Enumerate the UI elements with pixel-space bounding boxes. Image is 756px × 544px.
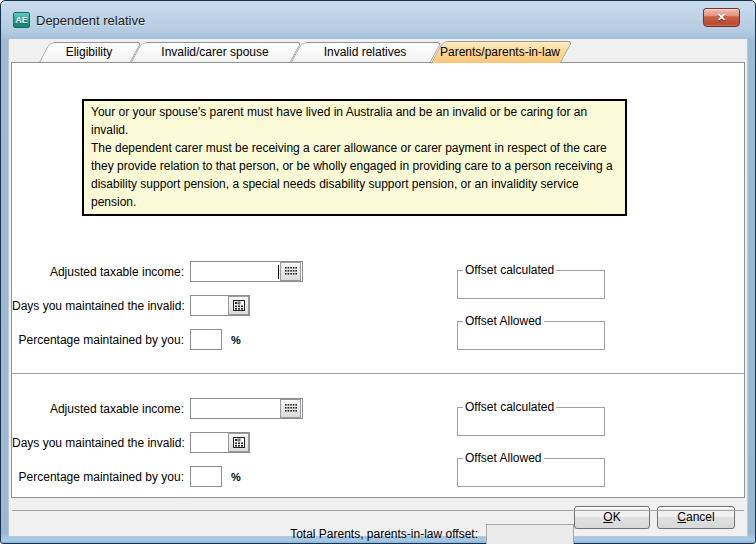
close-icon: ✕ — [717, 11, 726, 23]
info-box: Your or your spouse's parent must have l… — [82, 99, 627, 216]
window-title: Dependent relative — [36, 13, 145, 28]
offset-calculated-value — [462, 277, 600, 295]
offsets-column: Offset calculated Offset Allowed — [457, 263, 607, 350]
adjusted-taxable-income-field — [190, 261, 303, 282]
adjusted-taxable-income-field — [190, 398, 303, 419]
calculator-icon — [285, 267, 297, 276]
percentage-maintained-input[interactable] — [190, 329, 222, 350]
calendar-button[interactable] — [228, 433, 249, 452]
percentage-maintained-input[interactable] — [190, 466, 222, 487]
days-maintained-field — [190, 432, 250, 453]
offset-allowed-value — [462, 328, 600, 346]
adjusted-taxable-income-input[interactable] — [191, 399, 280, 418]
tab-label: Invalid relatives — [316, 45, 407, 59]
offset-calculated-group: Offset calculated — [457, 400, 605, 436]
offset-allowed-label: Offset Allowed — [463, 314, 544, 328]
fields-column: Adjusted taxable income: — [12, 398, 744, 487]
days-maintained-input[interactable] — [191, 296, 228, 315]
window-frame: AE Dependent relative ✕ Eligibility Inva… — [0, 0, 756, 544]
info-line-2: The dependent carer must be receiving a … — [91, 139, 618, 211]
close-button[interactable]: ✕ — [703, 8, 740, 27]
tab-label: Parents/parents-in-law — [432, 45, 560, 59]
percentage-maintained-label: Percentage maintained by you: — [12, 333, 190, 347]
offset-allowed-value — [462, 465, 600, 483]
days-maintained-label: Days you maintained the invalid: — [12, 436, 190, 450]
total-row: Total Parents, parents-in-law offset: — [12, 523, 744, 544]
worksheet-button[interactable] — [280, 262, 301, 281]
offset-calculated-label: Offset calculated — [463, 263, 556, 277]
section-divider — [12, 373, 744, 374]
tab-invalid-relatives[interactable]: Invalid relatives — [291, 42, 431, 62]
parent-section-2: Adjusted taxable income: — [12, 398, 744, 487]
tab-label: Invalid/carer spouse — [153, 45, 268, 59]
ok-accel: O — [603, 510, 612, 524]
offsets-column: Offset calculated Offset Allowed — [457, 400, 607, 487]
percent-sign: % — [231, 471, 241, 483]
adjusted-taxable-income-input[interactable] — [191, 262, 280, 281]
title-bar[interactable]: AE Dependent relative ✕ — [8, 1, 748, 39]
percentage-maintained-label: Percentage maintained by you: — [12, 470, 190, 484]
total-offset-value — [486, 524, 574, 544]
fields-column: Adjusted taxable income: — [12, 261, 744, 350]
text-caret — [278, 265, 279, 279]
cancel-accel: C — [677, 510, 686, 524]
offset-calculated-label: Offset calculated — [463, 400, 556, 414]
info-line-1: Your or your spouse's parent must have l… — [91, 103, 618, 139]
offset-calculated-group: Offset calculated — [457, 263, 605, 299]
days-maintained-field — [190, 295, 250, 316]
tab-label: Eligibility — [58, 45, 113, 59]
total-divider — [12, 510, 744, 511]
offset-allowed-group: Offset Allowed — [457, 314, 605, 350]
dialog-content: Eligibility Invalid/carer spouse Invalid… — [8, 39, 748, 537]
tab-eligibility[interactable]: Eligibility — [39, 42, 131, 62]
calendar-button[interactable] — [228, 296, 249, 315]
calendar-icon — [233, 300, 245, 311]
ok-rest: K — [613, 510, 621, 524]
app-icon: AE — [13, 12, 30, 28]
offset-allowed-label: Offset Allowed — [463, 451, 544, 465]
offset-calculated-value — [462, 414, 600, 432]
calculator-icon — [285, 404, 297, 413]
offset-allowed-group: Offset Allowed — [457, 451, 605, 487]
cancel-rest: ancel — [686, 510, 715, 524]
adjusted-taxable-income-label: Adjusted taxable income: — [12, 265, 190, 279]
tab-invalid-carer-spouse[interactable]: Invalid/carer spouse — [131, 42, 291, 62]
parent-section-1: Adjusted taxable income: — [12, 261, 744, 350]
tab-bar: Eligibility Invalid/carer spouse Invalid… — [39, 39, 747, 62]
adjusted-taxable-income-label: Adjusted taxable income: — [12, 402, 190, 416]
dependent-relative-dialog: AE Dependent relative ✕ Eligibility Inva… — [0, 0, 756, 544]
tab-parents-parents-in-law[interactable]: Parents/parents-in-law — [431, 41, 561, 63]
parents-tab-panel: Your or your spouse's parent must have l… — [11, 62, 745, 498]
worksheet-button[interactable] — [280, 399, 301, 418]
calendar-icon — [233, 437, 245, 448]
days-maintained-input[interactable] — [191, 433, 228, 452]
total-offset-label: Total Parents, parents-in-law offset: — [12, 527, 486, 541]
percent-sign: % — [231, 334, 241, 346]
days-maintained-label: Days you maintained the invalid: — [12, 299, 190, 313]
